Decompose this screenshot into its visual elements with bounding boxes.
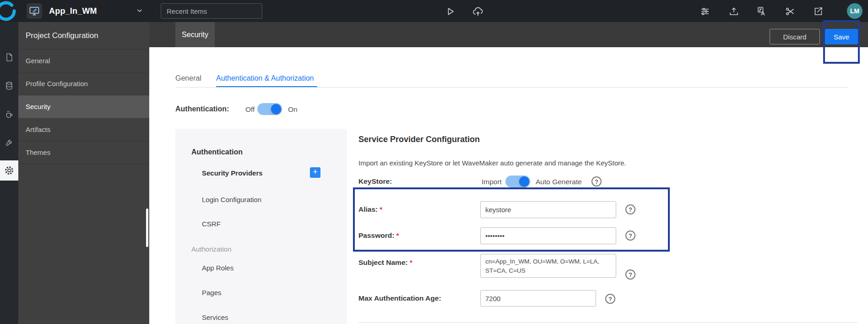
subject-name-input[interactable]: cn=App_In_WM, OU=WM, O=WM, L=LA, ST=CA, … — [480, 254, 616, 278]
add-security-provider-button[interactable]: + — [310, 167, 320, 178]
required-asterisk: * — [380, 205, 382, 213]
sidebar-item-security[interactable]: Security — [18, 95, 149, 118]
wavemaker-logo-icon[interactable] — [0, 0, 16, 22]
left-icon-rail — [0, 22, 18, 324]
required-asterisk: * — [396, 231, 399, 239]
app-title: App_In_WM — [49, 6, 97, 16]
keystore-label: KeyStore: — [358, 177, 392, 186]
alias-input[interactable] — [480, 201, 616, 218]
max-auth-age-help-icon[interactable]: ? — [605, 294, 615, 304]
subject-name-help-icon[interactable]: ? — [625, 269, 635, 280]
project-config-sidebar: Project Configuration General Profile Co… — [18, 22, 149, 324]
authentication-label: Authentication: — [175, 105, 229, 113]
run-play-icon[interactable] — [444, 5, 456, 17]
sidebar-scrollbar-thumb[interactable] — [146, 209, 148, 247]
nav-item-csrf[interactable]: CSRF — [202, 220, 221, 228]
wavemaker-studio-window: App_In_WM LM — [0, 0, 868, 324]
nav-item-security-providers[interactable]: Security Providers — [202, 169, 263, 177]
required-asterisk: * — [410, 258, 412, 266]
nav-item-services[interactable]: Services — [202, 313, 228, 321]
authentication-on-label: On — [288, 105, 298, 114]
keystore-help-icon[interactable]: ? — [591, 176, 602, 187]
service-provider-title: Service Provider Configuration — [358, 135, 480, 144]
translate-icon[interactable] — [756, 5, 768, 17]
alias-label: Alias:* — [358, 205, 382, 214]
java-services-icon[interactable] — [0, 104, 18, 124]
sidebar-item-general[interactable]: General — [18, 49, 149, 72]
export-tray-icon[interactable] — [728, 5, 740, 17]
password-help-icon[interactable]: ? — [625, 231, 635, 241]
security-nav-panel: Authentication Security Providers + Logi… — [175, 129, 347, 324]
page-tab-security[interactable]: Security — [175, 22, 215, 47]
export-project-icon[interactable] — [812, 5, 824, 17]
subject-name-label: Subject Name:* — [358, 258, 412, 267]
nav-item-pages[interactable]: Pages — [202, 289, 222, 297]
cloud-upload-icon[interactable] — [472, 5, 484, 17]
tab-authentication-authorization[interactable]: Authentication & Authorization — [216, 74, 314, 82]
sidebar-title: Project Configuration — [18, 22, 149, 49]
password-input[interactable] — [480, 227, 616, 244]
nav-item-login-configuration[interactable]: Login Configuration — [202, 196, 261, 203]
authentication-toggle[interactable] — [257, 103, 282, 115]
scissors-icon[interactable] — [784, 5, 796, 17]
sidebar-item-profile-configuration[interactable]: Profile Configuration — [18, 72, 149, 95]
page-header-strip: Security Discard Save — [149, 22, 868, 47]
save-button[interactable]: Save — [825, 29, 858, 44]
discard-button[interactable]: Discard — [770, 29, 820, 44]
tab-general[interactable]: General — [175, 74, 201, 82]
database-icon[interactable] — [0, 76, 18, 96]
keystore-toggle[interactable] — [505, 176, 530, 187]
bottom-divider — [358, 322, 857, 323]
apis-wrench-icon[interactable] — [0, 132, 18, 153]
authentication-off-label: Off — [245, 105, 255, 114]
user-avatar[interactable]: LM — [847, 3, 863, 19]
sidebar-item-artifacts[interactable]: Artifacts — [18, 118, 149, 141]
preferences-tune-icon[interactable] — [699, 5, 711, 17]
keystore-import-label: Import — [482, 178, 502, 186]
app-icon[interactable] — [27, 3, 42, 19]
service-provider-description: Import an existing KeyStore or let WaveM… — [358, 159, 626, 167]
max-auth-age-input[interactable] — [480, 290, 596, 307]
password-label: Password:* — [358, 231, 399, 240]
sidebar-item-themes[interactable]: Themes — [18, 141, 149, 164]
nav-item-app-roles[interactable]: App Roles — [202, 264, 233, 272]
tabs-divider — [175, 87, 848, 88]
recent-items-input[interactable] — [161, 3, 262, 19]
nav-section-authorization: Authorization — [191, 245, 232, 253]
toggle-knob — [519, 176, 529, 187]
keystore-auto-generate-label: Auto Generate — [536, 178, 582, 186]
nav-section-authentication: Authentication — [191, 148, 243, 156]
chevron-down-icon[interactable] — [136, 6, 144, 15]
topbar: App_In_WM LM — [0, 0, 868, 22]
settings-gear-icon[interactable] — [0, 160, 18, 181]
alias-help-icon[interactable]: ? — [625, 204, 635, 214]
toggle-knob — [271, 104, 281, 114]
max-auth-age-label: Max Authentication Age: — [358, 294, 441, 302]
pages-icon[interactable] — [0, 47, 18, 67]
